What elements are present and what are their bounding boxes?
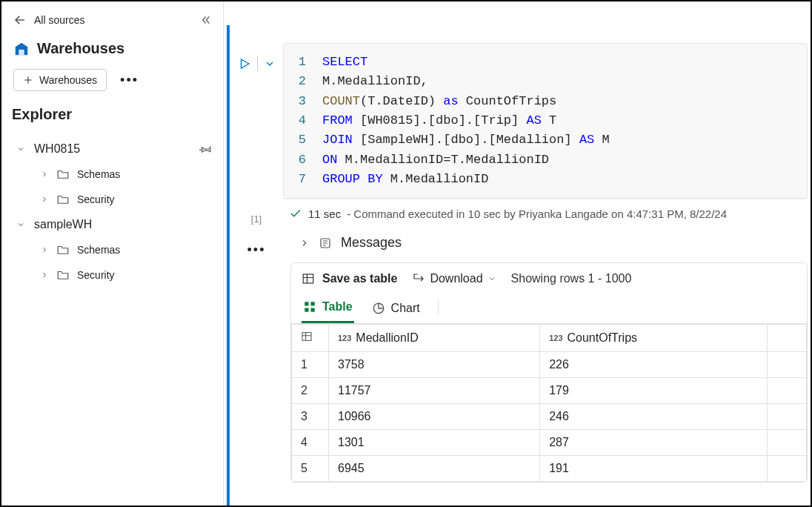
svg-rect-6 [311, 308, 315, 312]
check-icon [289, 207, 302, 220]
table-row[interactable]: 310966246 [292, 404, 807, 430]
chevron-right-icon [40, 170, 49, 179]
table-row[interactable]: 211757179 [292, 378, 807, 404]
download-button[interactable]: Download [412, 272, 496, 285]
explorer-title: Explorer [7, 103, 217, 126]
more-menu[interactable]: ••• [117, 73, 142, 88]
messages-icon [319, 236, 332, 250]
tree-child-label: Security [77, 193, 115, 205]
status-bar: 11 sec - Command executed in 10 sec by P… [283, 199, 811, 225]
results-panel: Save as table Download Showing rows 1 - … [290, 262, 808, 483]
column-header[interactable]: 123MedallionID [329, 325, 540, 352]
folder-icon [56, 243, 70, 256]
svg-rect-0 [19, 49, 24, 54]
back-label: All sources [34, 14, 84, 26]
pin-icon[interactable] [199, 142, 213, 156]
table-corner[interactable] [292, 325, 329, 352]
table-row[interactable]: 56945191 [292, 456, 807, 482]
collapse-icon[interactable] [199, 14, 211, 26]
tab-table[interactable]: Table [302, 294, 354, 323]
arrow-left-icon [13, 13, 27, 27]
table-row[interactable]: 41301287 [292, 430, 807, 456]
chart-icon [372, 302, 385, 315]
tree-label: sampleWH [34, 218, 92, 231]
tree-child-label: Schemas [77, 244, 120, 256]
table-icon [302, 272, 315, 285]
table-icon [301, 331, 313, 342]
status-text: - Command executed in 10 sec by Priyanka… [347, 208, 727, 220]
chevron-down-icon [16, 220, 25, 229]
tree-label: WH0815 [34, 142, 80, 156]
tree-child-label: Security [77, 269, 115, 281]
download-icon [412, 272, 425, 285]
messages-label: Messages [341, 235, 402, 251]
svg-rect-5 [304, 308, 308, 312]
tab-chart[interactable]: Chart [370, 294, 422, 323]
folder-icon [56, 268, 70, 282]
status-time: 11 sec [308, 208, 341, 220]
folder-icon [56, 193, 70, 206]
sidebar: All sources Warehouses Warehouses ••• Ex… [1, 1, 224, 506]
tab-chart-label: Chart [391, 302, 420, 315]
cell-index: [1] [251, 213, 262, 225]
plus-icon [23, 75, 33, 85]
column-spacer [767, 325, 806, 352]
warehouse-icon [13, 41, 30, 57]
chevron-down-icon [16, 145, 25, 153]
save-as-table-label: Save as table [322, 272, 397, 285]
save-as-table-button[interactable]: Save as table [302, 272, 397, 285]
tree-node-security[interactable]: Security [40, 187, 217, 212]
sql-editor[interactable]: 1SELECT2M.MedallionID,3COUNT(T.DateID) a… [283, 43, 808, 199]
main-panel: [1] ••• 1SELECT2M.MedallionID,3COUNT(T.D… [227, 25, 811, 506]
messages-toggle[interactable]: Messages [283, 225, 811, 258]
svg-rect-4 [311, 302, 315, 306]
svg-rect-8 [302, 333, 311, 341]
explorer-tree: WH0815 Schemas Security sampleWH [7, 136, 217, 288]
grid-icon [303, 300, 316, 314]
tree-node-security[interactable]: Security [40, 262, 217, 288]
chevron-down-icon [487, 274, 496, 283]
tab-table-label: Table [322, 300, 353, 314]
results-table: 123MedallionID 123CountOfTrips 137582262… [291, 324, 807, 482]
tree-node-schemas[interactable]: Schemas [40, 162, 217, 187]
table-row[interactable]: 13758226 [292, 352, 807, 378]
run-dropdown-icon[interactable] [264, 58, 276, 70]
section-title: Warehouses [37, 40, 124, 57]
add-warehouses-label: Warehouses [39, 74, 97, 86]
add-warehouses-button[interactable]: Warehouses [13, 69, 107, 91]
svg-rect-3 [304, 302, 308, 306]
chevron-right-icon [40, 271, 49, 279]
tree-node-wh0815[interactable]: WH0815 [12, 136, 217, 162]
download-label: Download [430, 272, 482, 285]
chevron-right-icon [299, 238, 310, 248]
run-icon[interactable] [238, 57, 251, 70]
showing-rows-label: Showing rows 1 - 1000 [511, 272, 632, 285]
chevron-right-icon [40, 195, 49, 204]
tree-node-samplewh[interactable]: sampleWH [12, 212, 217, 237]
tree-node-schemas[interactable]: Schemas [40, 237, 217, 262]
column-header[interactable]: 123CountOfTrips [540, 325, 768, 352]
tree-child-label: Schemas [77, 168, 120, 180]
folder-icon [56, 168, 70, 181]
back-all-sources[interactable]: All sources [13, 13, 84, 27]
svg-rect-2 [303, 274, 313, 283]
cell-more-menu[interactable]: ••• [244, 242, 269, 258]
chevron-right-icon [40, 245, 49, 254]
